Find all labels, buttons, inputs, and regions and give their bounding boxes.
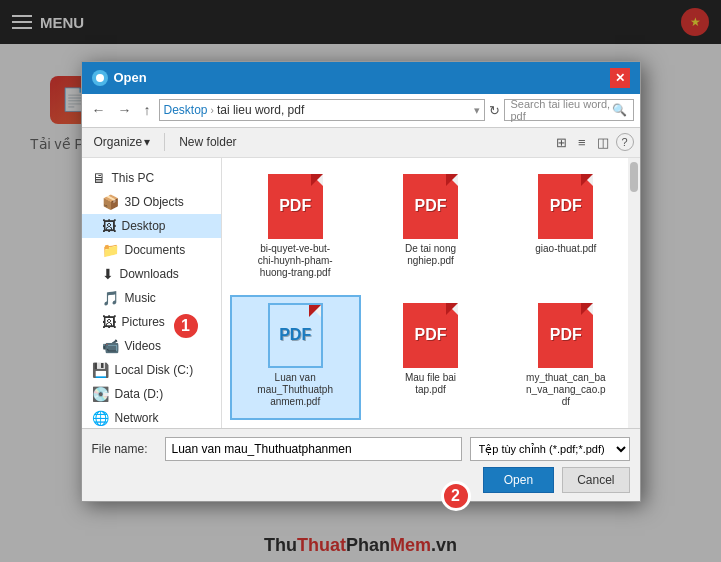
dialog-icon: [92, 70, 108, 86]
downloads-label: Downloads: [120, 267, 179, 281]
search-icon: 🔍: [612, 103, 627, 117]
file-name-5: Mau file bai tap.pdf: [390, 372, 470, 396]
svg-point-0: [96, 74, 104, 82]
pdf-icon-5: PDF: [403, 303, 458, 368]
sidebar-item-3d-objects[interactable]: 📦 3D Objects: [82, 190, 221, 214]
new-folder-label: New folder: [179, 135, 236, 149]
file-name-3: giao-thuat.pdf: [535, 243, 596, 255]
filename-label: File name:: [92, 442, 157, 456]
pictures-icon: 🖼: [102, 314, 116, 330]
sidebar-item-network[interactable]: 🌐 Network: [82, 406, 221, 428]
cancel-button[interactable]: Cancel: [562, 467, 629, 493]
filename-row: File name: Tệp tùy chỉnh (*.pdf;*.pdf): [92, 437, 630, 461]
view-details-button[interactable]: ≡: [574, 133, 590, 152]
nav-back-button[interactable]: ←: [88, 100, 110, 120]
sidebar-item-videos[interactable]: 📹 Videos: [82, 334, 221, 358]
file-item-5[interactable]: PDF Mau file bai tap.pdf: [365, 295, 496, 420]
scrollbar[interactable]: [628, 158, 640, 428]
dialog-main: 🖥 This PC 📦 3D Objects 🖼 Desktop 📁 Docum…: [82, 158, 640, 428]
dialog-sidebar: 🖥 This PC 📦 3D Objects 🖼 Desktop 📁 Docum…: [82, 158, 222, 428]
dialog-close-button[interactable]: ✕: [610, 68, 630, 88]
organize-label: Organize: [94, 135, 143, 149]
sidebar-item-desktop[interactable]: 🖼 Desktop: [82, 214, 221, 238]
file-item-4[interactable]: PDF Luan van mau_Thuthuatphanmem.pdf: [230, 295, 361, 420]
view-help-button[interactable]: ?: [616, 133, 634, 151]
address-breadcrumb[interactable]: Desktop › tai lieu word, pdf ▾: [159, 99, 485, 121]
data-d-icon: 💽: [92, 386, 109, 402]
file-name-4: Luan van mau_Thuthuatphanmem.pdf: [255, 372, 335, 408]
dialog-files: PDF bi-quyet-ve-but-chi-huynh-pham-huong…: [222, 158, 640, 428]
file-name-6: my_thuat_can_ban_va_nang_cao.pdf: [526, 372, 606, 408]
sidebar-item-downloads[interactable]: ⬇ Downloads: [82, 262, 221, 286]
music-label: Music: [125, 291, 156, 305]
toolbar-separator: [164, 133, 165, 151]
open-button[interactable]: Open: [483, 467, 554, 493]
filename-input[interactable]: [165, 437, 462, 461]
3d-objects-icon: 📦: [102, 194, 119, 210]
file-item-2[interactable]: PDF De tai nong nghiep.pdf: [365, 166, 496, 291]
file-item-6[interactable]: PDF my_thuat_can_ban_va_nang_cao.pdf: [500, 295, 631, 420]
organize-dropdown-icon: ▾: [144, 135, 150, 149]
pdf-icon-6: PDF: [538, 303, 593, 368]
nav-forward-button[interactable]: →: [114, 100, 136, 120]
documents-label: Documents: [125, 243, 186, 257]
desktop-label: Desktop: [122, 219, 166, 233]
toolbar-right: ⊞ ≡ ◫ ?: [552, 133, 634, 152]
file-name-2: De tai nong nghiep.pdf: [390, 243, 470, 267]
music-icon: 🎵: [102, 290, 119, 306]
new-folder-button[interactable]: New folder: [173, 132, 242, 152]
network-icon: 🌐: [92, 410, 109, 426]
refresh-button[interactable]: ↻: [489, 103, 500, 118]
documents-icon: 📁: [102, 242, 119, 258]
action-row: Open Cancel: [92, 467, 630, 493]
sidebar-item-data-d[interactable]: 💽 Data (D:): [82, 382, 221, 406]
dialog-title: Open: [114, 70, 610, 85]
scroll-thumb: [630, 162, 638, 192]
sidebar-item-local-disk[interactable]: 💾 Local Disk (C:): [82, 358, 221, 382]
search-box[interactable]: Search tai lieu word, pdf 🔍: [504, 99, 634, 121]
pdf-icon-1: PDF: [268, 174, 323, 239]
file-item-3[interactable]: PDF giao-thuat.pdf: [500, 166, 631, 291]
file-dialog: Open ✕ ← → ↑ Desktop › tai lieu word, pd…: [81, 61, 641, 502]
desktop-icon: 🖼: [102, 218, 116, 234]
local-disk-icon: 💾: [92, 362, 109, 378]
breadcrumb-folder: tai lieu word, pdf: [217, 103, 304, 117]
dialog-bottom: File name: Tệp tùy chỉnh (*.pdf;*.pdf) O…: [82, 428, 640, 501]
file-item-1[interactable]: PDF bi-quyet-ve-but-chi-huynh-pham-huong…: [230, 166, 361, 291]
this-pc-label: This PC: [112, 171, 155, 185]
view-preview-button[interactable]: ◫: [593, 133, 613, 152]
sidebar-item-music[interactable]: 🎵 Music: [82, 286, 221, 310]
videos-label: Videos: [125, 339, 161, 353]
breadcrumb-desktop: Desktop: [164, 103, 208, 117]
local-disk-label: Local Disk (C:): [115, 363, 194, 377]
pdf-icon-4: PDF: [268, 303, 323, 368]
filetype-select[interactable]: Tệp tùy chỉnh (*.pdf;*.pdf): [470, 437, 630, 461]
data-d-label: Data (D:): [115, 387, 164, 401]
breadcrumb-dropdown[interactable]: ▾: [474, 104, 480, 117]
videos-icon: 📹: [102, 338, 119, 354]
3d-objects-label: 3D Objects: [125, 195, 184, 209]
network-label: Network: [115, 411, 159, 425]
dialog-titlebar: Open ✕: [82, 62, 640, 94]
dialog-toolbar: Organize ▾ New folder ⊞ ≡ ◫ ?: [82, 128, 640, 158]
view-grid-button[interactable]: ⊞: [552, 133, 571, 152]
pdf-icon-3: PDF: [538, 174, 593, 239]
badge-1: 1: [171, 311, 201, 341]
pictures-label: Pictures: [122, 315, 165, 329]
dialog-addressbar: ← → ↑ Desktop › tai lieu word, pdf ▾ ↻ S…: [82, 94, 640, 128]
search-placeholder: Search tai lieu word, pdf: [511, 98, 612, 122]
dialog-overlay: Open ✕ ← → ↑ Desktop › tai lieu word, pd…: [0, 0, 721, 562]
breadcrumb-sep: ›: [211, 105, 214, 116]
pdf-icon-2: PDF: [403, 174, 458, 239]
sidebar-item-this-pc[interactable]: 🖥 This PC: [82, 166, 221, 190]
sidebar-item-documents[interactable]: 📁 Documents: [82, 238, 221, 262]
downloads-icon: ⬇: [102, 266, 114, 282]
this-pc-icon: 🖥: [92, 170, 106, 186]
nav-up-button[interactable]: ↑: [140, 100, 155, 120]
badge-2: 2: [441, 481, 471, 511]
file-name-1: bi-quyet-ve-but-chi-huynh-pham-huong-tra…: [255, 243, 335, 279]
organize-button[interactable]: Organize ▾: [88, 132, 157, 152]
